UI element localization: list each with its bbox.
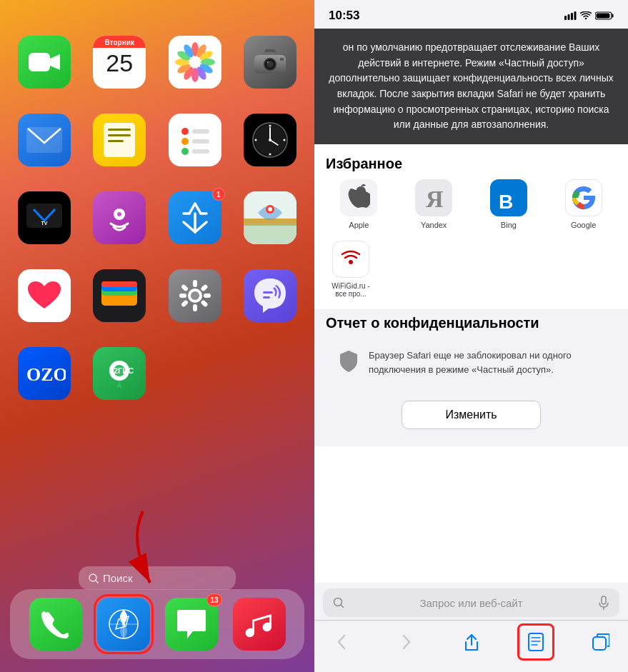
dock-item-safari[interactable]	[97, 598, 150, 651]
favorite-item-google[interactable]: Google	[550, 179, 617, 229]
svg-point-37	[181, 148, 189, 155]
favorite-item-bing[interactable]: B Bing	[476, 179, 542, 229]
favorite-item-wifigid[interactable]: WiFiGid.ru - все про...	[326, 241, 376, 298]
svg-point-46	[255, 139, 257, 141]
dock-item-phone[interactable]	[29, 598, 82, 651]
favorite-icon-apple	[340, 179, 377, 216]
svg-rect-68	[204, 294, 211, 298]
favorites-grid: Apple Я Yandex B	[314, 179, 628, 241]
svg-rect-89	[571, 13, 573, 20]
app-icon-camera	[244, 36, 296, 89]
app-icon-reminders	[169, 114, 221, 166]
favorite-icon-yandex: Я	[415, 179, 452, 216]
privacy-description: он по умолчанию предотвращает отслеживан…	[314, 29, 628, 144]
svg-rect-56	[244, 223, 296, 226]
back-button[interactable]	[326, 626, 357, 658]
url-bar-container: Запрос или веб-сайт	[314, 583, 628, 620]
appstore-badge: 1	[212, 188, 225, 201]
svg-text:Я: Я	[426, 186, 444, 211]
app-icon-ozon: OZON	[18, 347, 71, 400]
svg-rect-32	[108, 140, 124, 142]
edit-button-row: Изменить	[314, 398, 628, 441]
bookmarks-button[interactable]	[520, 626, 552, 658]
svg-rect-73	[263, 291, 273, 294]
app-icon-appstore: 1	[169, 191, 221, 244]
app-icon-2gis: 2ГИС	[93, 347, 146, 400]
app-icon-wallet	[93, 269, 146, 322]
app-icon-mail	[18, 114, 71, 166]
dock-item-music[interactable]	[233, 598, 286, 651]
svg-point-51	[117, 212, 121, 216]
favorite-label-wifigid: WiFiGid.ru - все про...	[326, 282, 376, 298]
left-panel: 10:53	[0, 0, 314, 672]
dock-icon-music	[233, 598, 286, 651]
app-icon-viber	[244, 269, 296, 322]
svg-rect-71	[181, 299, 189, 307]
svg-rect-67	[179, 294, 186, 298]
svg-line-80	[96, 581, 99, 583]
url-placeholder: Запрос или веб-сайт	[350, 597, 592, 609]
search-bar[interactable]: Поиск	[79, 566, 236, 590]
dock-icon-safari	[97, 598, 150, 651]
search-text: Поиск	[103, 572, 133, 584]
favorite-label-yandex: Yandex	[421, 221, 447, 229]
app-icon-maps	[244, 191, 296, 244]
svg-text:OZON: OZON	[26, 364, 66, 385]
url-bar[interactable]: Запрос или веб-сайт	[323, 588, 619, 617]
app-icon-podcasts	[93, 191, 146, 244]
svg-rect-74	[263, 296, 270, 299]
forward-button[interactable]	[391, 626, 422, 658]
privacy-header: Отчет о конфиденциальности	[314, 309, 628, 338]
svg-rect-93	[597, 14, 610, 19]
svg-point-64	[191, 291, 199, 300]
favorite-item-apple[interactable]: Apple	[326, 179, 392, 229]
svg-rect-102	[593, 637, 606, 650]
svg-rect-7	[29, 53, 50, 71]
right-wifi-icon	[580, 11, 592, 20]
svg-rect-27	[280, 58, 284, 61]
privacy-card: Браузер Safari еще не заблокировал ни од…	[326, 338, 617, 386]
tabs-button[interactable]	[585, 626, 617, 658]
app-icon-photos	[169, 36, 221, 89]
mic-icon	[598, 596, 609, 610]
safari-content[interactable]: он по умолчанию предотвращает отслеживан…	[314, 29, 628, 583]
svg-rect-66	[193, 304, 197, 311]
dock-item-messages[interactable]: 13	[165, 598, 218, 651]
svg-rect-36	[192, 139, 209, 144]
edit-button[interactable]: Изменить	[402, 401, 540, 429]
favorite-label-bing: Bing	[501, 221, 517, 229]
svg-text:TV: TV	[41, 221, 47, 226]
share-button[interactable]	[456, 626, 487, 658]
svg-text:B: B	[499, 191, 513, 211]
svg-rect-62	[101, 281, 137, 287]
favorites-header: Избранное	[314, 144, 628, 179]
app-icon-settings	[169, 269, 221, 322]
privacy-card-text: Браузер Safari еще не заблокировал ни од…	[369, 348, 605, 376]
svg-rect-30	[108, 129, 131, 131]
favorite-label-apple: Apple	[349, 221, 369, 229]
svg-rect-99	[602, 596, 606, 604]
svg-point-47	[284, 139, 286, 141]
svg-rect-69	[181, 284, 189, 291]
bookmarks-highlight	[517, 623, 554, 661]
svg-rect-92	[612, 14, 614, 18]
dock-icon-phone	[29, 598, 82, 651]
favorite-icon-wifigid	[332, 241, 369, 278]
app-icon-facetime	[18, 36, 71, 89]
wifigid-row: WiFiGid.ru - все про...	[314, 241, 628, 309]
svg-rect-38	[192, 149, 209, 154]
right-panel: 10:53 он по умолчанию пре	[314, 0, 628, 672]
svg-point-45	[269, 154, 271, 156]
svg-point-44	[269, 125, 271, 127]
url-search-icon	[333, 597, 344, 608]
svg-rect-88	[568, 14, 570, 20]
svg-rect-72	[200, 284, 208, 291]
svg-rect-65	[193, 280, 197, 287]
svg-text:2ГИС: 2ГИС	[114, 366, 134, 375]
svg-rect-31	[108, 134, 131, 136]
app-icon-notes	[93, 114, 146, 166]
bottom-toolbar	[314, 620, 628, 672]
favorites-section: Избранное Apple	[314, 144, 628, 309]
right-status-icons	[564, 11, 614, 20]
favorite-item-yandex[interactable]: Я Yandex	[401, 179, 467, 229]
